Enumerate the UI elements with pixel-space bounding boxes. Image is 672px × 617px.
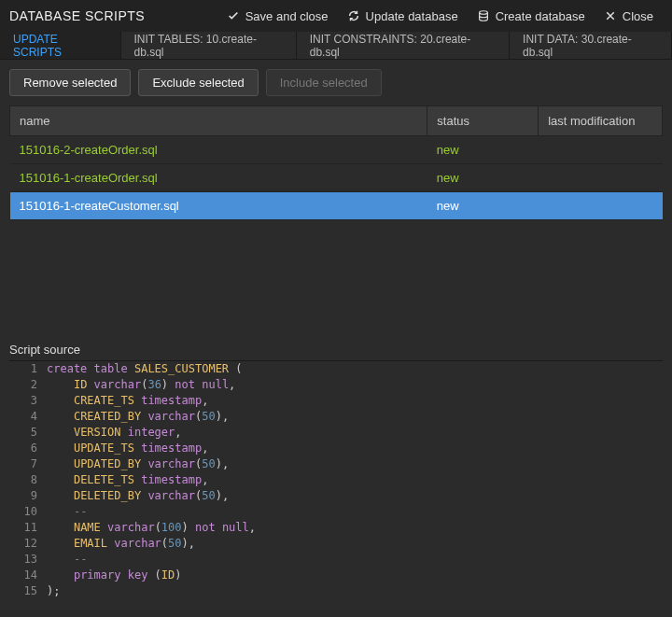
- include-selected-button[interactable]: Include selected: [266, 69, 382, 96]
- code-content: create table SALES_CUSTOMER (: [47, 361, 663, 377]
- cell-status: new: [427, 192, 539, 220]
- line-number: 2: [9, 377, 47, 393]
- cell-name: 151016-2-createOrder.sql: [10, 136, 427, 164]
- refresh-icon: [347, 9, 360, 22]
- create-database-label: Create database: [496, 9, 585, 23]
- code-line: 14 primary key (ID): [9, 568, 663, 583]
- table-row[interactable]: 151016-1-createCustomer.sqlnew: [10, 192, 663, 220]
- code-content: DELETE_TS timestamp,: [47, 472, 663, 488]
- code-line: 13 --: [9, 552, 663, 568]
- tab-2[interactable]: INIT CONSTRAINTS: 20.create-db.sql: [297, 32, 510, 59]
- update-database-label: Update database: [366, 9, 458, 23]
- line-number: 15: [9, 583, 47, 599]
- line-number: 6: [9, 441, 47, 456]
- code-content: NAME varchar(100) not null,: [47, 520, 663, 536]
- tabs: UPDATE SCRIPTSINIT TABLES: 10.create-db.…: [0, 32, 672, 60]
- code-content: --: [47, 504, 663, 520]
- cell-last_mod: [539, 136, 663, 164]
- line-number: 8: [9, 472, 47, 488]
- code-content: EMAIL varchar(50),: [47, 536, 663, 552]
- code-line: 15);: [9, 583, 663, 599]
- script-source-label: Script source: [0, 337, 672, 360]
- line-number: 7: [9, 456, 47, 472]
- code-content: VERSION integer,: [47, 425, 663, 441]
- line-number: 9: [9, 488, 47, 504]
- code-editor[interactable]: 1create table SALES_CUSTOMER (2 ID varch…: [9, 360, 663, 608]
- code-line: 1create table SALES_CUSTOMER (: [9, 361, 663, 377]
- table-header-row: name status last modification: [10, 106, 663, 136]
- titlebar: DATABASE SCRIPTS Save and close Update d…: [0, 0, 672, 32]
- col-last-mod[interactable]: last modification: [539, 106, 663, 136]
- code-line: 2 ID varchar(36) not null,: [9, 377, 663, 393]
- code-line: 4 CREATED_BY varchar(50),: [9, 409, 663, 425]
- line-number: 11: [9, 520, 47, 536]
- code-line: 7 UPDATED_BY varchar(50),: [9, 456, 663, 472]
- line-number: 13: [9, 552, 47, 568]
- cell-name: 151016-1-createCustomer.sql: [10, 192, 427, 220]
- update-database-button[interactable]: Update database: [338, 0, 468, 32]
- cell-status: new: [427, 136, 539, 164]
- database-icon: [477, 9, 490, 22]
- line-number: 4: [9, 409, 47, 425]
- col-name[interactable]: name: [10, 106, 427, 136]
- create-database-button[interactable]: Create database: [468, 0, 595, 32]
- close-button[interactable]: Close: [595, 0, 663, 32]
- code-content: CREATED_BY varchar(50),: [47, 409, 663, 425]
- code-line: 3 CREATE_TS timestamp,: [9, 393, 663, 409]
- line-number: 5: [9, 425, 47, 441]
- save-and-close-button[interactable]: Save and close: [217, 0, 338, 32]
- tab-3[interactable]: INIT DATA: 30.create-db.sql: [510, 32, 672, 59]
- code-content: DELETED_BY varchar(50),: [47, 488, 663, 504]
- line-number: 14: [9, 568, 47, 583]
- code-content: ID varchar(36) not null,: [47, 377, 663, 393]
- code-content: UPDATED_BY varchar(50),: [47, 456, 663, 472]
- code-content: primary key (ID): [47, 568, 663, 583]
- save-and-close-label: Save and close: [245, 9, 329, 23]
- window: DATABASE SCRIPTS Save and close Update d…: [0, 0, 672, 617]
- cell-last_mod: [539, 192, 663, 220]
- window-title: DATABASE SCRIPTS: [9, 8, 145, 23]
- col-status[interactable]: status: [427, 106, 539, 136]
- code-line: 12 EMAIL varchar(50),: [9, 536, 663, 552]
- code-line: 9 DELETED_BY varchar(50),: [9, 488, 663, 504]
- table-row[interactable]: 151016-2-createOrder.sqlnew: [10, 136, 663, 164]
- code-content: UPDATE_TS timestamp,: [47, 441, 663, 456]
- code-line: 6 UPDATE_TS timestamp,: [9, 441, 663, 456]
- exclude-selected-button[interactable]: Exclude selected: [138, 69, 258, 96]
- toolbar: Remove selected Exclude selected Include…: [0, 60, 672, 105]
- cell-last_mod: [539, 164, 663, 192]
- tab-1[interactable]: INIT TABLES: 10.create-db.sql: [121, 32, 297, 59]
- code-content: );: [47, 583, 663, 599]
- close-label: Close: [623, 9, 653, 23]
- check-icon: [227, 9, 240, 22]
- cell-status: new: [427, 164, 539, 192]
- table-row[interactable]: 151016-1-createOrder.sqlnew: [10, 164, 663, 192]
- code-line: 10 --: [9, 504, 663, 520]
- code-content: --: [47, 552, 663, 568]
- code-line: 5 VERSION integer,: [9, 425, 663, 441]
- line-number: 12: [9, 536, 47, 552]
- code-line: 11 NAME varchar(100) not null,: [9, 520, 663, 536]
- line-number: 3: [9, 393, 47, 409]
- code-line: 8 DELETE_TS timestamp,: [9, 472, 663, 488]
- line-number: 1: [9, 361, 47, 377]
- line-number: 10: [9, 504, 47, 520]
- code-content: CREATE_TS timestamp,: [47, 393, 663, 409]
- remove-selected-button[interactable]: Remove selected: [9, 69, 131, 96]
- cell-name: 151016-1-createOrder.sql: [10, 164, 427, 192]
- tab-0[interactable]: UPDATE SCRIPTS: [0, 32, 121, 59]
- svg-point-0: [479, 11, 487, 15]
- scripts-table: name status last modification 151016-2-c…: [9, 105, 663, 220]
- close-icon: [604, 9, 617, 22]
- scripts-table-wrap: name status last modification 151016-2-c…: [9, 105, 663, 337]
